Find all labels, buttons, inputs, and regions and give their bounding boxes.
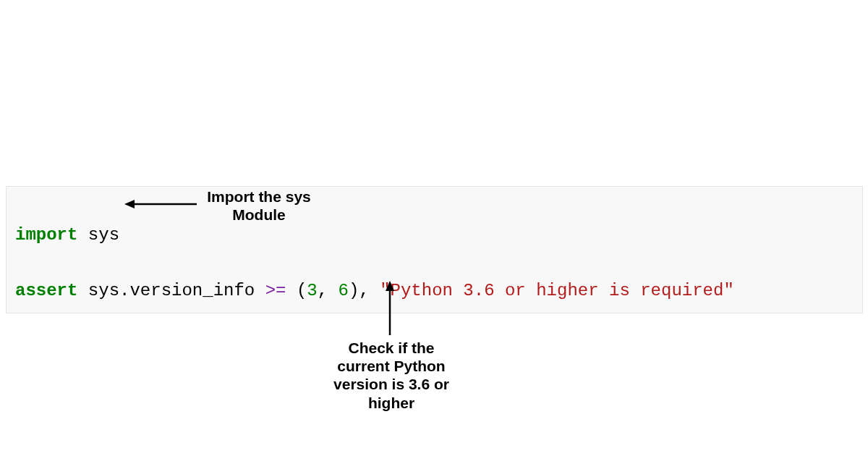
arrow-left-icon [124,197,197,211]
space [77,281,88,300]
comma: , [318,281,339,300]
annotation-import-line1: Import the sys [201,187,317,206]
operator-ge: >= [265,281,286,300]
rparen: ) [349,281,359,300]
annotation-import-line2: Module [201,206,317,224]
annotation-assert-line3: version is 3.6 or [329,375,454,393]
number-6: 6 [339,281,349,300]
expr-version-info: sys.version_info [88,281,265,300]
annotation-assert-line2: current Python [329,357,454,375]
annotation-assert: Check if the current Python version is 3… [329,339,454,412]
space [77,225,88,245]
number-3: 3 [307,281,317,300]
svg-marker-1 [124,200,135,208]
annotation-assert-line4: higher [329,394,454,412]
annotation-import: Import the sys Module [201,187,317,224]
arrow-up-icon [383,281,397,335]
space [286,281,296,300]
module-sys: sys [88,225,119,245]
keyword-assert: assert [15,281,77,300]
comma: , [359,281,380,300]
string-message: "Python 3.6 or higher is required" [380,281,734,300]
lparen: ( [297,281,307,300]
annotation-assert-line1: Check if the [329,339,454,357]
svg-marker-3 [386,281,394,291]
keyword-import: import [15,225,77,245]
